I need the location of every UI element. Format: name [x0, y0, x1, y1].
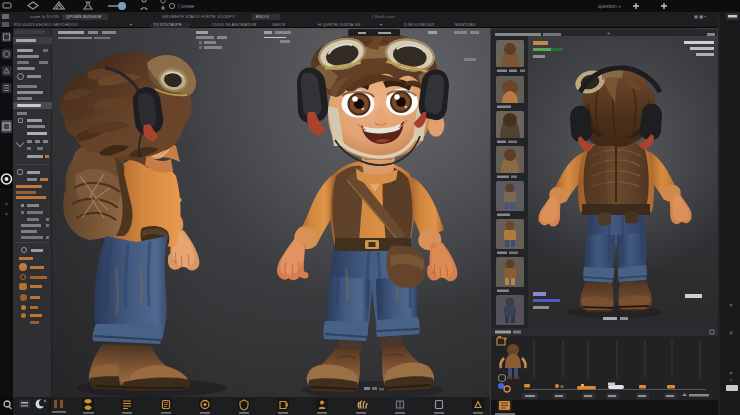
svg-text:( crewe: ( crewe: [178, 3, 195, 9]
svg-text:question +: question +: [598, 3, 621, 9]
